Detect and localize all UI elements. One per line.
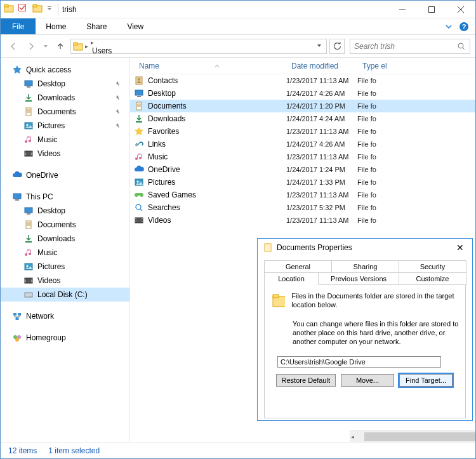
quick-videos[interactable]: Videos [1,147,129,161]
svg-rect-14 [27,86,30,88]
file-row[interactable]: Links1/24/2017 4:26 AMFile fo [130,138,475,150]
new-folder-icon[interactable] [32,3,43,14]
svg-rect-7 [429,6,435,12]
pc-desktop[interactable]: Desktop [1,204,129,218]
favorites-icon [134,126,144,136]
view-tab[interactable]: View [117,18,154,34]
svg-rect-28 [25,278,32,283]
refresh-button[interactable] [329,39,345,54]
address-bar[interactable]: ▸ This PC▸Local Disk (C:)▸Users▸trish▸ [70,39,327,54]
file-row[interactable]: Saved Games1/23/2017 11:13 AMFile fo [130,189,475,201]
pc-local-disk-c-[interactable]: Local Disk (C:) [1,288,129,302]
quick-access[interactable]: Quick access [1,63,129,77]
share-tab[interactable]: Share [76,18,117,34]
svg-rect-39 [135,90,143,95]
tab-security[interactable]: Security [399,260,466,273]
help-icon[interactable]: ? [459,22,469,32]
searches-icon [134,203,144,213]
desktop-icon [134,88,144,98]
file-row[interactable]: Documents1/24/2017 1:20 PMFile fo [130,100,475,112]
search-icon [457,42,466,51]
pc-documents[interactable]: Documents [1,218,129,232]
this-pc[interactable]: This PC [1,190,129,204]
svg-rect-32 [18,313,21,316]
pictures-icon [134,177,144,187]
file-row[interactable]: Pictures1/24/2017 1:33 PMFile fo [130,176,475,189]
quick-pictures[interactable]: Pictures [1,119,129,133]
column-headers[interactable]: Name Date modified Type el [130,58,475,74]
tab-location[interactable]: Location [264,273,319,285]
ribbon-expand-icon[interactable] [445,23,453,30]
file-row[interactable]: OneDrive1/24/2017 1:24 PMFile fo [130,163,475,176]
contacts-icon [134,76,144,86]
window-title: trish [62,5,77,14]
quick-documents[interactable]: Documents [1,105,129,119]
explorer-window: trish File Home Share View ? ▸ This PC▸L… [0,0,476,459]
svg-point-18 [27,124,29,126]
pc-pictures[interactable]: Pictures [1,260,129,274]
quick-desktop[interactable]: Desktop [1,77,129,91]
file-row[interactable]: Contacts1/23/2017 11:13 AMFile fo [130,74,475,87]
qat-dropdown-icon[interactable] [46,3,53,14]
breadcrumb-users[interactable]: Users [89,46,145,54]
pc-music[interactable]: Music [1,246,129,260]
quick-downloads[interactable]: Downloads [1,91,129,105]
svg-rect-13 [25,81,32,86]
svg-rect-15 [25,100,32,102]
quick-music[interactable]: Music [1,133,129,147]
location-path-input[interactable] [277,356,441,368]
search-box[interactable]: Search trish [350,39,470,54]
network[interactable]: Network [1,309,129,323]
file-tab[interactable]: File [1,18,36,34]
horizontal-scrollbar[interactable]: ◂ [350,430,475,442]
dialog-close-button[interactable]: ✕ [453,243,467,253]
tab-customize[interactable]: Customize [399,273,466,285]
homegroup[interactable]: Homegroup [1,331,129,345]
location-panel: Files in the Documents folder are stored… [264,285,466,418]
folder-icon [72,41,84,52]
folder-large-icon [271,291,285,309]
videos-icon [134,215,144,225]
svg-rect-31 [13,313,17,316]
address-dropdown-icon[interactable] [316,43,322,49]
recent-dropdown[interactable] [41,39,50,54]
file-row[interactable]: Music1/23/2017 11:13 AMFile fo [130,150,475,163]
music-icon [23,248,34,258]
svg-rect-22 [25,208,32,213]
svg-rect-6 [399,10,406,10]
svg-rect-5 [48,6,51,7]
tab-sharing[interactable]: Sharing [331,260,399,273]
up-button[interactable] [53,39,68,54]
file-row[interactable]: Downloads1/24/2017 4:24 AMFile fo [130,112,475,125]
desktop-icon [23,206,34,216]
file-row[interactable]: Desktop1/24/2017 4:26 AMFile fo [130,87,475,100]
file-row[interactable]: Favorites1/23/2017 11:13 AMFile fo [130,125,475,138]
svg-rect-46 [135,218,143,223]
svg-point-44 [137,181,139,183]
maximize-button[interactable] [417,1,446,18]
svg-rect-40 [137,96,141,97]
onedrive[interactable]: OneDrive [1,168,129,182]
breadcrumb-chevron[interactable]: ▸ [89,39,95,46]
nav-pane: Quick access DesktopDownloadsDocumentsPi… [1,58,130,442]
home-tab[interactable]: Home [36,18,76,34]
folder-icon [3,3,15,14]
close-button[interactable] [446,1,475,18]
tab-general[interactable]: General [264,260,332,273]
file-row[interactable]: Videos1/23/2017 11:13 AMFile fo [130,214,475,227]
back-button[interactable] [6,39,21,54]
pc-videos[interactable]: Videos [1,274,129,288]
pc-downloads[interactable]: Downloads [1,232,129,246]
find-target-button[interactable]: Find Target... [399,374,453,387]
restore-default-button[interactable]: Restore Default [276,374,336,387]
move-button[interactable]: Move... [341,374,394,387]
titlebar: trish [1,1,475,18]
tab-previous[interactable]: Previous Versions [318,273,399,285]
properties-checkmark-icon[interactable] [17,3,29,14]
pin-icon [114,81,121,87]
file-row[interactable]: Searches1/23/2017 5:32 PMFile fo [130,201,475,214]
search-placeholder: Search trish [354,42,457,51]
forward-button[interactable] [23,39,39,54]
star-icon [12,65,22,75]
minimize-button[interactable] [388,1,417,18]
